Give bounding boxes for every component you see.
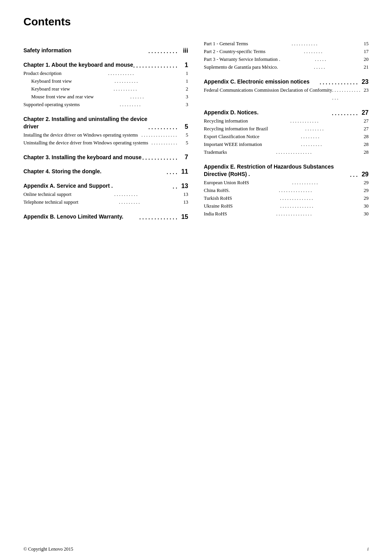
toc-entry-dots: . . . . . . . . . . . . . . . — [332, 86, 361, 102]
toc-entry-page: 30 — [361, 202, 369, 210]
toc-heading-dots: . . — [173, 183, 177, 190]
toc-entry-text: Federal Communications Commission Declar… — [204, 86, 332, 94]
toc-entry-dots: . . . . . . . . . . . . — [290, 117, 318, 125]
toc-heading-dots: . . . . . . . . . . . . . — [320, 79, 358, 85]
toc-entry-page: 21 — [361, 63, 369, 71]
toc-entry-dots: . . . . . . . . . . — [114, 190, 137, 198]
toc-heading-row: Chapter 1. About the keyboard and mouse … — [23, 61, 188, 69]
toc-heading: Appendix C. Electronic emission notices … — [204, 78, 369, 85]
toc-entry-dots: . . . . . . . . . . . — [108, 69, 134, 77]
toc-entry-page: 5 — [180, 131, 188, 139]
toc-heading-dots: . . . . . . . . . . — [148, 48, 177, 54]
toc-entry-text: Recycling information — [204, 117, 248, 125]
toc-heading-row: Chapter 2. Installing and uninstalling t… — [23, 116, 188, 130]
toc-entry: China RoHS. . . . . . . . . . . . . . .2… — [204, 187, 369, 194]
toc-entry-page: 13 — [180, 198, 188, 206]
toc-entry-text: Mouse front view and rear view — [31, 93, 94, 101]
toc-heading-dots: . . . . . . . . . . . . — [143, 155, 177, 161]
toc-entry: Recycling information for Brazil . . . .… — [204, 125, 369, 133]
toc-entry-page: 3 — [180, 93, 188, 101]
toc-entry-dots: . . . . . . . . . . . . . . . — [276, 148, 312, 156]
toc-entry: Federal Communications Commission Declar… — [204, 86, 369, 102]
toc-entry-dots: . . . . . . . . — [304, 48, 323, 55]
toc-right-column: Part 1 - General Terms . . . . . . . . .… — [204, 40, 369, 221]
page-number: i — [367, 546, 369, 552]
toc-heading-page: 5 — [177, 123, 188, 130]
toc-heading-page: 11 — [177, 168, 188, 175]
toc-entry-dots: . . . . . . . . . — [120, 101, 141, 108]
toc-entry-page: 29 — [361, 194, 369, 202]
toc-entry-text: Turkish RoHS — [204, 194, 232, 202]
toc-heading: Chapter 4. Storing the dongle. . . . .11 — [23, 168, 188, 175]
toc-heading: Safety information . . . . . . . . . .ii… — [23, 47, 188, 54]
toc-entry: Online technical support . . . . . . . .… — [23, 190, 188, 198]
toc-heading-text: Chapter 2. Installing and uninstalling t… — [23, 116, 148, 130]
toc-entry-dots: . . . . . — [315, 55, 326, 63]
toc-entry: Turkish RoHS . . . . . . . . . . . . . .… — [204, 194, 369, 202]
toc-entry-text: Keyboard rear view — [31, 85, 70, 93]
toc-entry-dots: . . . . . — [314, 63, 325, 71]
toc-entry-dots: . . . . . . . . . . . . . . — [280, 202, 313, 210]
toc-entry: Keyboard rear view . . . . . . . . . .2 — [23, 85, 188, 93]
toc-entry-text: Keyboard front view — [31, 77, 72, 85]
toc-heading-page: 15 — [177, 213, 188, 220]
toc-heading-text: Safety information — [23, 47, 148, 54]
toc-entry-text: Product description — [23, 69, 62, 77]
toc-entry-page: 17 — [361, 48, 369, 55]
toc-entry-dots: . . . . . . . . . — [301, 140, 322, 148]
toc-entry: Keyboard front view . . . . . . . . . .1 — [23, 77, 188, 85]
toc-heading-page: iii — [177, 47, 188, 54]
toc-entry: Telephone technical support . . . . . . … — [23, 198, 188, 206]
toc-heading-row: Chapter 3. Installing the keyboard and m… — [23, 154, 188, 161]
toc-entry-dots: . . . . . . . . . . . — [292, 40, 317, 48]
toc-heading-row: Appendix C. Electronic emission notices … — [204, 78, 369, 85]
toc-entry-dots: . . . . . . . . . . . — [292, 179, 318, 187]
toc-heading-text: Appendix B. Lenovo Limited Warranty. — [23, 213, 139, 220]
toc-heading-page: 7 — [177, 154, 188, 161]
toc-entry: European Union RoHS . . . . . . . . . . … — [204, 179, 369, 187]
toc-entry-text: Part 3 - Warranty Service Information . — [204, 55, 280, 63]
toc-entry: Suplemento de Garantía para México. . . … — [204, 63, 369, 71]
toc-heading-dots: . . . — [350, 172, 358, 178]
toc-entry: Supported operating systems . . . . . . … — [23, 101, 188, 108]
page-title: Contents — [23, 16, 369, 28]
toc-entry-page: 1 — [180, 77, 188, 85]
toc-entry-dots: . . . . . . . . . . . . . . — [280, 194, 313, 202]
toc-entry-text: Installing the device driver on Windows … — [23, 131, 138, 139]
toc-entry-page: 23 — [361, 86, 369, 94]
toc-entry-page: 28 — [361, 140, 369, 148]
toc-heading-page: 23 — [358, 78, 369, 85]
toc-heading: Appendix E. Restriction of Hazardous Sub… — [204, 163, 369, 178]
toc-entry-dots: . . . . . . . . . . . . . . — [279, 187, 312, 194]
toc-entry-page: 30 — [361, 210, 369, 218]
toc-entry-text: China RoHS. — [204, 187, 230, 194]
toc-heading: Chapter 3. Installing the keyboard and m… — [23, 154, 188, 161]
toc-entry-text: Important WEEE information — [204, 140, 262, 148]
toc-heading-dots: . . . . . . . . . . — [148, 124, 177, 130]
toc-heading-row: Appendix A. Service and Support . . .13 — [23, 182, 188, 190]
toc-entry: Ukraine RoHS . . . . . . . . . . . . . .… — [204, 202, 369, 210]
toc-heading-row: Safety information . . . . . . . . . .ii… — [23, 47, 188, 54]
toc-entry: Uninstalling the device driver from Wind… — [23, 139, 188, 147]
toc-heading-row: Appendix E. Restriction of Hazardous Sub… — [204, 163, 369, 178]
toc-entry: Recycling information . . . . . . . . . … — [204, 117, 369, 125]
toc-entry-dots: . . . . . . — [130, 93, 144, 101]
toc-entry-dots: . . . . . . . . . . . . . . . — [141, 131, 177, 139]
toc-heading-row: Chapter 4. Storing the dongle. . . . .11 — [23, 168, 188, 175]
toc-entry-text: Part 1 - General Terms — [204, 40, 248, 48]
toc-entry-text: India RoHS — [204, 210, 227, 218]
copyright-footer: © Copyright Lenovo 2015 — [23, 546, 73, 552]
toc-heading-dots: . . . . . . . . . . . . . — [139, 214, 177, 220]
toc-heading: Chapter 2. Installing and uninstalling t… — [23, 116, 188, 130]
toc-entry-dots: . . . . . . . . . . . — [151, 139, 177, 147]
toc-entry-page: 20 — [361, 55, 369, 63]
toc-entry-text: Uninstalling the device driver from Wind… — [23, 139, 148, 147]
toc-entry-dots: . . . . . . . . . . — [114, 85, 137, 93]
toc-entry: Mouse front view and rear view . . . . .… — [23, 93, 188, 101]
toc-heading-page: 29 — [358, 171, 369, 178]
toc-entry-dots: . . . . . . . . . . — [114, 77, 137, 85]
toc-entry-text: Part 2 - Country-specific Terms — [204, 48, 265, 55]
toc-entry-text: Telephone technical support — [23, 198, 78, 206]
toc-heading-row: Appendix B. Lenovo Limited Warranty. . .… — [23, 213, 188, 220]
toc-heading-text: Appendix C. Electronic emission notices — [204, 78, 320, 85]
